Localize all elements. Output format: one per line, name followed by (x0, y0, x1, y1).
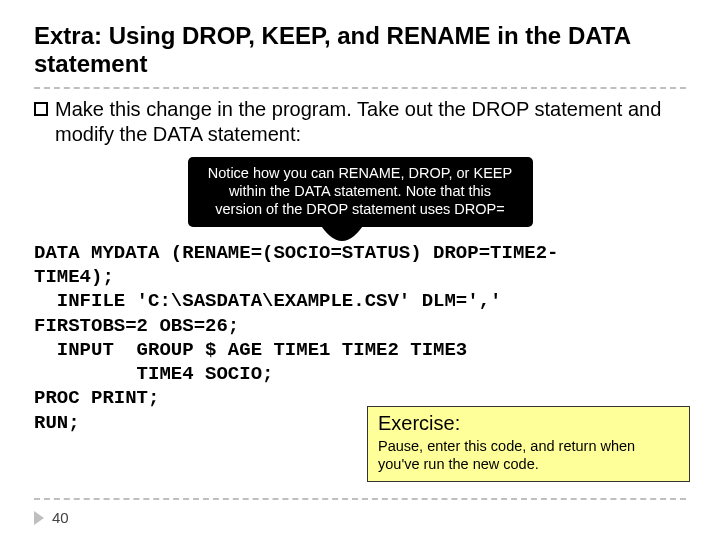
callout-line-2: within the DATA statement. Note that thi… (202, 182, 519, 200)
title-line-2: statement (34, 50, 686, 78)
slide-title: Extra: Using DROP, KEEP, and RENAME in t… (34, 22, 686, 77)
bullet-item: Make this change in the program. Take ou… (34, 97, 686, 147)
page-number: 40 (52, 509, 69, 526)
callout-line-1: Notice how you can RENAME, DROP, or KEEP (202, 164, 519, 182)
callout-pointer-icon (318, 221, 366, 243)
play-arrow-icon (34, 511, 44, 525)
callout-container: Notice how you can RENAME, DROP, or KEEP… (34, 157, 686, 226)
divider-bottom (34, 498, 686, 500)
exercise-title: Exercise: (378, 412, 679, 435)
square-bullet-icon (34, 102, 48, 116)
callout-line-3: version of the DROP statement uses DROP= (202, 200, 519, 218)
exercise-box: Exercise: Pause, enter this code, and re… (367, 406, 690, 482)
title-line-1: Extra: Using DROP, KEEP, and RENAME in t… (34, 22, 686, 50)
exercise-body: Pause, enter this code, and return when … (378, 437, 679, 473)
callout-box: Notice how you can RENAME, DROP, or KEEP… (188, 157, 533, 226)
divider-top (34, 87, 686, 89)
bullet-text: Make this change in the program. Take ou… (55, 97, 686, 147)
footer: 40 (34, 509, 69, 526)
